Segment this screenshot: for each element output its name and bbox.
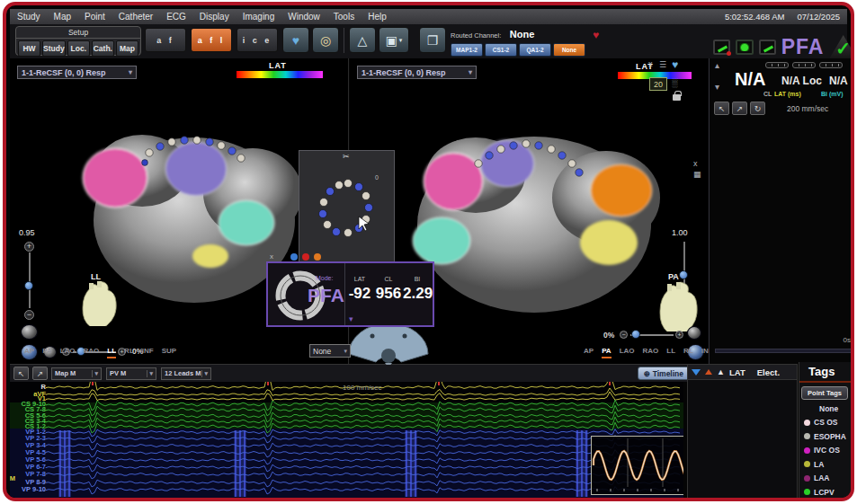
- setup-button-cath[interactable]: Cath.: [92, 40, 114, 57]
- menu-item-map[interactable]: Map: [54, 12, 71, 22]
- ecg-timeline-scrollbar[interactable]: [10, 499, 683, 501]
- projection-pa[interactable]: PA: [602, 347, 612, 358]
- ecg-selector-12-leads-m[interactable]: 12 Leads M▾: [161, 367, 211, 380]
- zoom-out-button-left[interactable]: −: [24, 310, 34, 320]
- menu-item-display[interactable]: Display: [200, 12, 229, 22]
- mode-tab-af[interactable]: a f: [145, 28, 186, 52]
- tool-icon[interactable]: ✂: [343, 152, 350, 161]
- caliper-tool-button[interactable]: ↖: [714, 102, 729, 115]
- annotation-tool-button[interactable]: ↗: [732, 102, 747, 115]
- mode-tab-afl[interactable]: a f l: [191, 28, 232, 52]
- map-selector-right[interactable]: 1-1-ReCSF (0, 0) Resp ▾: [357, 66, 477, 79]
- projection-lao[interactable]: LAO: [620, 347, 635, 358]
- menu-item-help[interactable]: Help: [368, 12, 387, 22]
- respiration-inset-window[interactable]: [591, 436, 683, 495]
- alert-button[interactable]: △: [349, 27, 376, 53]
- menu-item-window[interactable]: Window: [288, 12, 320, 22]
- grid-icon[interactable]: ▦: [693, 170, 701, 179]
- point-tags-tab[interactable]: Point Tags: [801, 386, 848, 400]
- channel-button-none[interactable]: None: [553, 43, 585, 57]
- map-selector-left[interactable]: 1-1-ReCSF (0, 0) Resp ▾: [17, 66, 137, 79]
- tag-item-laa[interactable]: LAA: [799, 472, 854, 486]
- setup-button-hw[interactable]: HW: [18, 40, 40, 57]
- projection-ll[interactable]: LL: [107, 347, 116, 358]
- column-header-lat[interactable]: LAT: [729, 367, 745, 377]
- projection-pa[interactable]: PA: [42, 347, 52, 358]
- tag-item-lcpv[interactable]: LCPV: [799, 485, 854, 500]
- projection-ap[interactable]: AP: [584, 347, 594, 358]
- points-filter-input[interactable]: 20: [649, 77, 667, 91]
- chevron-up-icon[interactable]: ▴: [715, 60, 719, 70]
- menu-item-study[interactable]: Study: [17, 12, 40, 22]
- setup-button-loc[interactable]: Loc.: [67, 40, 90, 57]
- catheter-inset-window[interactable]: ✂ 0: [299, 150, 395, 265]
- timeline-button[interactable]: ⊕ Timeline: [638, 367, 690, 380]
- tag-item-none[interactable]: None: [799, 402, 854, 416]
- projection-lao[interactable]: LAO: [60, 347, 76, 358]
- zoom-slider-left[interactable]: [29, 252, 31, 308]
- zoom-in-button-left[interactable]: +: [24, 242, 34, 252]
- projection-rl[interactable]: RL: [683, 347, 693, 358]
- projection-ll[interactable]: LL: [666, 347, 675, 358]
- chevron-down-icon[interactable]: ▾: [715, 82, 719, 92]
- lasso-catheter-inset[interactable]: 0: [305, 164, 390, 261]
- filter-icon[interactable]: [692, 369, 701, 376]
- menu-item-imaging[interactable]: Imaging: [243, 12, 275, 22]
- refresh-tool-button[interactable]: ↻: [750, 102, 765, 115]
- lock-icon[interactable]: [673, 94, 681, 101]
- acquisition-button[interactable]: ▣ ▾: [379, 27, 409, 53]
- screen-share-button[interactable]: ❐: [419, 27, 446, 53]
- projection-rl[interactable]: RL: [124, 347, 134, 358]
- pan-sphere-right[interactable]: [687, 326, 701, 340]
- channel-button-qa1-2[interactable]: QA1-2: [519, 43, 551, 57]
- close-icon[interactable]: x: [648, 59, 653, 68]
- ecg-selector-map-m[interactable]: Map M▾: [51, 367, 102, 380]
- blend-minus-right[interactable]: −: [620, 331, 628, 339]
- view-reset-sphere-left[interactable]: [21, 324, 38, 340]
- review-monitor-icon[interactable]: [713, 40, 730, 55]
- orientation-heart-right[interactable]: [654, 279, 701, 332]
- pointer-tool-button[interactable]: ↖: [13, 367, 29, 380]
- close-icon[interactable]: x: [693, 159, 698, 168]
- channel-button-map1-2[interactable]: MAP1-2: [451, 43, 483, 57]
- scrollbar-thumb[interactable]: [585, 500, 675, 501]
- tag-item-ivc-os[interactable]: IVC OS: [799, 444, 854, 458]
- tag-item-cs-os[interactable]: CS OS: [799, 416, 854, 430]
- orientation-heart-left[interactable]: [77, 279, 119, 326]
- menu-item-ecg[interactable]: ECG: [166, 12, 186, 22]
- ecg-selector-pv-m[interactable]: PV M▾: [106, 367, 156, 380]
- close-icon[interactable]: x: [270, 252, 273, 261]
- menu-item-tools[interactable]: Tools: [334, 12, 354, 22]
- setup-button-map[interactable]: Map: [116, 40, 138, 57]
- zoom-slider-knob-right[interactable]: [679, 270, 688, 279]
- caliper-tool-button[interactable]: ↗: [32, 367, 48, 380]
- lat-color-bar-left[interactable]: [237, 71, 323, 78]
- menu-item-catheter[interactable]: Catheter: [119, 12, 153, 22]
- signal-scrollbar[interactable]: [715, 349, 854, 353]
- sort-icon[interactable]: [705, 369, 712, 375]
- ecg-heart-button[interactable]: ♥: [282, 27, 309, 53]
- thumb-heart-icon[interactable]: ♥: [672, 58, 678, 71]
- projection-inf[interactable]: INF: [142, 347, 154, 358]
- zoom-slider-knob-left[interactable]: [24, 281, 33, 290]
- list-icon[interactable]: ☰: [659, 60, 666, 69]
- projection-rao[interactable]: RAO: [643, 347, 659, 358]
- projection-rao[interactable]: RAO: [84, 347, 100, 358]
- tag-item-la[interactable]: LA: [799, 457, 854, 472]
- overlay-view-dropdown[interactable]: None ▾: [309, 344, 351, 358]
- mode-tab-ice[interactable]: i c e: [237, 28, 278, 52]
- ecg-waveform-area[interactable]: 100 mm/sec RaVFV1CS 9-10CS 7-8CS 5-6CS 3…: [10, 382, 683, 499]
- channel-button-cs1-2[interactable]: CS1-2: [485, 43, 517, 57]
- gauge-button[interactable]: ◎: [312, 27, 339, 53]
- tag-item-esopha[interactable]: ESOPHA: [799, 429, 854, 444]
- projection-sup[interactable]: SUP: [162, 347, 176, 358]
- column-header-elect[interactable]: Elect.: [757, 367, 780, 377]
- chevron-down-icon[interactable]: ▾: [349, 314, 353, 323]
- setup-button-study[interactable]: Study: [42, 40, 66, 57]
- trash-icon[interactable]: ░: [672, 78, 677, 87]
- blend-knob-right[interactable]: [631, 330, 640, 339]
- menu-item-point[interactable]: Point: [85, 12, 105, 22]
- signal-monitor-icon[interactable]: [759, 40, 776, 55]
- projection-ap[interactable]: AP: [24, 347, 34, 358]
- blend-plus-right[interactable]: +: [675, 331, 683, 339]
